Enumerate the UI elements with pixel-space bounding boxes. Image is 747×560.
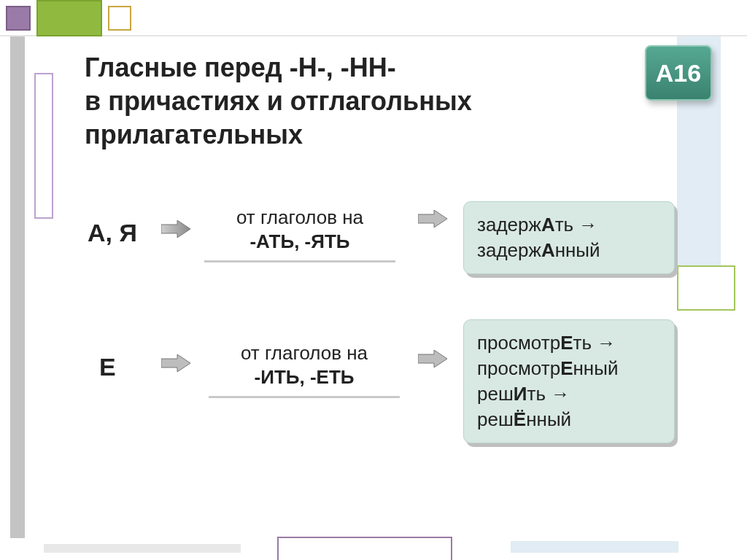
example-box-e: просмотрЕть → просмотрЕнный решИть → реш…: [463, 319, 675, 443]
example-box-ay: задержАть → задержАнный: [463, 201, 675, 274]
slide-title: Гласные перед -Н-, -НН- в причастиях и о…: [73, 44, 576, 162]
txt: ть →: [573, 332, 616, 354]
txt: реш: [477, 383, 514, 405]
letters-e: Е: [88, 347, 128, 387]
arrow-icon: [416, 209, 449, 229]
em: Ё: [514, 408, 526, 430]
txt: ть →: [555, 214, 598, 236]
example-ay-line2: задержАнный: [477, 238, 661, 263]
example-e-line2: просмотрЕнный: [477, 356, 661, 381]
txt: задерж: [477, 239, 541, 261]
txt: ть →: [527, 383, 570, 405]
arrow-icon: [159, 353, 193, 373]
deco-square-gold: [108, 6, 131, 31]
svg-marker-1: [418, 210, 447, 228]
em: А: [541, 239, 555, 261]
letters-ay: А, Я: [76, 213, 149, 253]
rule-e-suffixes: -ИТЬ, -ЕТЬ: [217, 365, 391, 389]
deco-bottom-2: [277, 537, 452, 560]
rule-box-ay: от глаголов на -АТЬ, -ЯТЬ: [204, 201, 395, 260]
example-ay-line1: задержАть →: [477, 212, 661, 238]
example-e-line1: просмотрЕть →: [477, 330, 661, 356]
deco-right-small: [677, 265, 735, 311]
title-line-2: в причастиях и отглагольных: [85, 85, 565, 118]
deco-bottom-1: [44, 544, 241, 553]
deco-square-green: [36, 0, 102, 36]
txt: задерж: [477, 214, 541, 236]
txt: нный: [573, 357, 618, 379]
rule-ay-suffixes: -АТЬ, -ЯТЬ: [213, 230, 387, 254]
txt: просмотр: [477, 332, 560, 354]
svg-marker-2: [161, 354, 190, 372]
em: Е: [560, 357, 573, 379]
rule-ay-line1: от глаголов на: [213, 206, 387, 230]
deco-left-purple-outline: [34, 73, 53, 219]
example-e-line3: решИть →: [477, 381, 661, 407]
example-e-line4: решЁнный: [477, 407, 661, 432]
em: И: [514, 383, 527, 405]
txt: просмотр: [477, 357, 560, 379]
title-line-1: Гласные перед -Н-, -НН-: [85, 51, 565, 85]
deco-left-gray: [10, 36, 25, 538]
em: Е: [560, 332, 573, 354]
task-badge: А16: [645, 45, 712, 101]
arrow-icon: [416, 349, 449, 369]
rule-box-e: от глаголов на -ИТЬ, -ЕТЬ: [209, 337, 400, 396]
svg-marker-3: [418, 350, 447, 368]
txt: нный: [526, 408, 571, 430]
title-line-3: прилагательных: [85, 118, 565, 152]
deco-square-purple: [6, 6, 31, 31]
txt: реш: [477, 408, 514, 430]
arrow-icon: [159, 219, 193, 239]
rule-e-line1: от глаголов на: [217, 341, 391, 365]
em: А: [541, 214, 555, 236]
deco-bottom-3: [511, 541, 678, 553]
svg-marker-0: [161, 220, 190, 238]
txt: нный: [555, 239, 600, 261]
